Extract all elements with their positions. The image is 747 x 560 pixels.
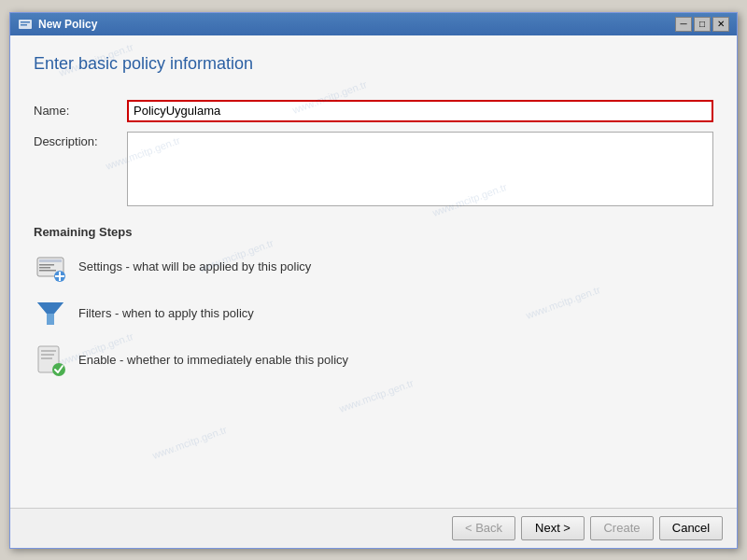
svg-rect-4 (39, 259, 62, 262)
cancel-button[interactable]: Cancel (659, 516, 723, 540)
filter-icon (34, 297, 67, 330)
footer: < Back Next > Create Cancel (10, 508, 737, 548)
step-settings: Settings - what will be applied by this … (34, 250, 713, 284)
remaining-steps-title: Remaining Steps (34, 225, 713, 239)
maximize-button[interactable]: □ (694, 17, 711, 32)
svg-rect-15 (41, 354, 54, 356)
svg-rect-5 (39, 264, 54, 266)
step-settings-text: Settings - what will be applied by this … (78, 259, 311, 273)
description-label: Description: (34, 132, 127, 148)
window-title: New Policy (38, 18, 97, 31)
svg-rect-6 (39, 267, 50, 269)
name-label: Name: (34, 104, 127, 118)
name-input[interactable] (127, 100, 713, 122)
main-window: New Policy ─ □ ✕ www.mcitp.gen.tr www.mc… (9, 12, 738, 549)
window-icon (18, 17, 33, 32)
page-heading: Enter basic policy information (34, 54, 713, 81)
step-filters: Filters - when to apply this policy (34, 297, 713, 330)
title-bar: New Policy ─ □ ✕ (10, 13, 737, 35)
step-enable: Enable - whether to immediately enable t… (34, 343, 713, 377)
title-bar-text: New Policy (18, 17, 97, 32)
svg-rect-10 (55, 275, 64, 277)
enable-icon (34, 343, 67, 377)
back-button[interactable]: < Back (452, 516, 515, 540)
svg-rect-2 (21, 24, 27, 26)
close-button[interactable]: ✕ (712, 17, 729, 32)
window-controls: ─ □ ✕ (675, 17, 729, 32)
description-input[interactable] (127, 132, 713, 206)
minimize-button[interactable]: ─ (675, 17, 692, 32)
next-button[interactable]: Next > (521, 516, 585, 540)
create-button[interactable]: Create (590, 516, 654, 540)
svg-marker-12 (37, 302, 63, 314)
svg-rect-16 (41, 357, 52, 359)
step-enable-text: Enable - whether to immediately enable t… (78, 353, 348, 367)
step-filters-text: Filters - when to apply this policy (78, 306, 254, 320)
name-row: Name: (34, 100, 713, 122)
svg-rect-14 (41, 350, 56, 352)
remaining-steps-section: Remaining Steps Sett (34, 225, 713, 377)
description-row: Description: (34, 132, 713, 206)
content-area: www.mcitp.gen.tr www.mcitp.gen.tr www.mc… (10, 35, 737, 508)
svg-rect-1 (21, 21, 30, 23)
settings-icon (34, 250, 67, 284)
svg-rect-7 (39, 270, 56, 272)
